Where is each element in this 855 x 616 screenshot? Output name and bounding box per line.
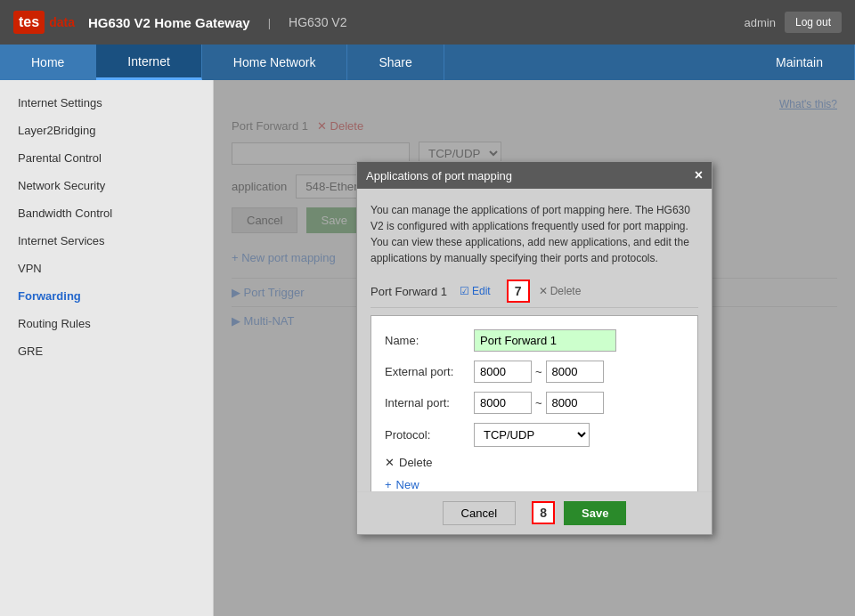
main-content: What's this? Port Forward 1 ✕ Delete TCP… bbox=[214, 80, 855, 616]
internal-port-to[interactable] bbox=[546, 392, 604, 414]
modal-overlay: Applications of port mapping × You can m… bbox=[214, 80, 855, 616]
x-icon2: ✕ bbox=[385, 456, 395, 469]
layout: Internet Settings Layer2Bridging Parenta… bbox=[0, 80, 855, 616]
sidebar-item-internet-settings[interactable]: Internet Settings bbox=[0, 89, 213, 117]
header-subtitle: HG630 V2 bbox=[289, 15, 346, 29]
external-port-from[interactable] bbox=[474, 361, 532, 383]
logo-icon: tes bbox=[13, 11, 45, 34]
header-right: admin Log out bbox=[745, 12, 842, 33]
inner-delete-label: Delete bbox=[399, 456, 433, 469]
modal-cancel-button[interactable]: Cancel bbox=[443, 501, 516, 525]
sidebar-item-layer2bridging[interactable]: Layer2Bridging bbox=[0, 117, 213, 144]
name-input[interactable] bbox=[474, 329, 616, 352]
sidebar-item-internet-services[interactable]: Internet Services bbox=[0, 227, 213, 255]
logo-data-text: data bbox=[49, 15, 75, 29]
admin-label: admin bbox=[745, 16, 776, 29]
sidebar-item-bandwidth-control[interactable]: Bandwidth Control bbox=[0, 199, 213, 227]
nav-item-internet[interactable]: Internet bbox=[96, 45, 201, 80]
plus-icon: + bbox=[385, 478, 392, 491]
modal-titlebar: Applications of port mapping × bbox=[357, 162, 712, 189]
modal-close-button[interactable]: × bbox=[695, 167, 703, 183]
nav-item-home-network[interactable]: Home Network bbox=[202, 45, 348, 80]
tilde2: ~ bbox=[535, 396, 542, 409]
new-label: New bbox=[396, 478, 419, 491]
sidebar-item-forwarding[interactable]: Forwarding bbox=[0, 282, 213, 310]
modal-description: You can manage the applications of port … bbox=[370, 202, 698, 266]
form-protocol-row: Protocol: TCP/UDP TCP UDP bbox=[385, 423, 684, 447]
name-label: Name: bbox=[385, 334, 474, 347]
modal-body: You can manage the applications of port … bbox=[357, 189, 712, 491]
modal-title: Applications of port mapping bbox=[366, 169, 512, 182]
form-internal-port-row: Internal port: ~ bbox=[385, 392, 684, 414]
modal-delete-link[interactable]: ✕ Delete bbox=[539, 285, 582, 297]
sidebar-item-vpn[interactable]: VPN bbox=[0, 255, 213, 282]
tilde1: ~ bbox=[535, 365, 542, 378]
nav-item-maintain[interactable]: Maintain bbox=[745, 45, 855, 80]
sidebar-item-network-security[interactable]: Network Security bbox=[0, 172, 213, 199]
modal-dialog: Applications of port mapping × You can m… bbox=[356, 161, 712, 535]
step8-badge: 8 bbox=[532, 501, 555, 524]
x-icon: ✕ bbox=[539, 285, 548, 297]
header-divider: | bbox=[268, 16, 271, 29]
checkbox-icon: ☑ bbox=[460, 285, 469, 297]
main-nav: Home Internet Home Network Share Maintai… bbox=[0, 45, 855, 80]
sidebar-item-routing-rules[interactable]: Routing Rules bbox=[0, 310, 213, 337]
logo-text: tes bbox=[19, 14, 39, 29]
nav-item-share[interactable]: Share bbox=[347, 45, 444, 80]
modal-edit-form: Name: External port: ~ Internal p bbox=[370, 315, 698, 491]
modal-port-forward-row: Port Forward 1 ☑ Edit 7 ✕ Delete bbox=[370, 275, 698, 308]
external-port-to[interactable] bbox=[546, 361, 604, 383]
modal-port-name: Port Forward 1 bbox=[370, 285, 451, 298]
inner-delete-row[interactable]: ✕ Delete bbox=[385, 456, 684, 469]
step7-badge: 7 bbox=[507, 280, 530, 303]
new-app-link[interactable]: + New bbox=[385, 478, 684, 491]
nav-item-home[interactable]: Home bbox=[0, 45, 96, 80]
modal-edit-link[interactable]: ☑ Edit bbox=[460, 285, 491, 297]
internal-port-label: Internal port: bbox=[385, 396, 474, 409]
form-external-port-row: External port: ~ bbox=[385, 361, 684, 383]
protocol-select-modal[interactable]: TCP/UDP TCP UDP bbox=[474, 423, 590, 447]
protocol-label: Protocol: bbox=[385, 428, 474, 442]
form-name-row: Name: bbox=[385, 329, 684, 352]
logout-button[interactable]: Log out bbox=[785, 12, 842, 33]
sidebar-item-gre[interactable]: GRE bbox=[0, 337, 213, 365]
external-port-label: External port: bbox=[385, 365, 474, 378]
sidebar: Internet Settings Layer2Bridging Parenta… bbox=[0, 80, 214, 616]
logo: tes data bbox=[13, 11, 75, 34]
internal-port-from[interactable] bbox=[474, 392, 532, 414]
header-title: HG630 V2 Home Gateway bbox=[88, 15, 250, 30]
modal-footer: Cancel 8 Save bbox=[357, 491, 712, 534]
modal-save-button[interactable]: Save bbox=[564, 501, 626, 525]
header: tes data HG630 V2 Home Gateway | HG630 V… bbox=[0, 0, 855, 45]
sidebar-item-parental-control[interactable]: Parental Control bbox=[0, 144, 213, 172]
